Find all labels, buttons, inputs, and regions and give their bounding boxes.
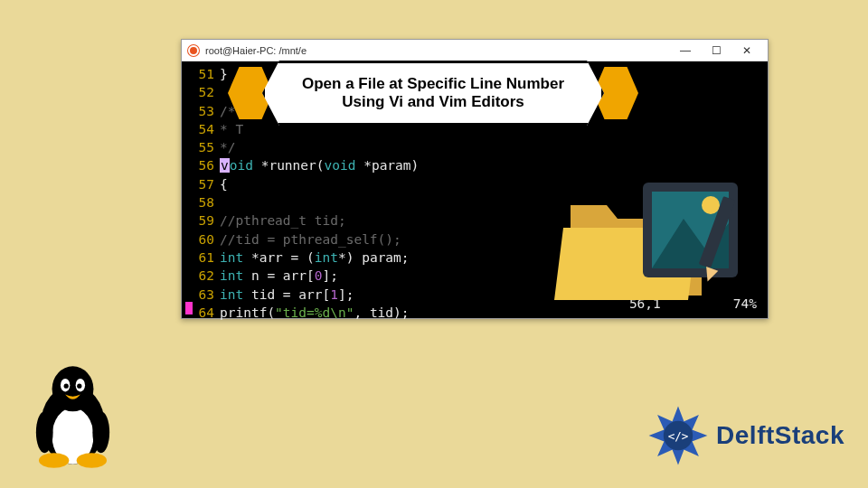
delft-badge-icon: </> [646,403,711,468]
line-number: 54 [189,120,214,138]
svg-point-12 [39,453,69,468]
illustration-graphic [552,155,751,309]
line-content: //pthread_t tid; [220,211,346,230]
line-number: 62 [189,267,214,285]
tux-penguin-icon [25,359,120,472]
line-content: */ [220,138,235,156]
line-content: * T [220,120,243,138]
minimize-button[interactable]: — [670,42,701,60]
svg-text:</>: </> [668,429,689,443]
line-number: 61 [189,249,214,267]
line-number: 56 [189,156,214,174]
line-number: 53 [189,102,214,120]
svg-point-15 [92,411,109,453]
line-content: int *arr = (int*) param; [220,249,410,267]
line-content: void *runner(void *param) [220,156,419,174]
window-title: root@Haier-PC: /mnt/e [205,45,670,56]
line-number: 59 [189,211,214,230]
delftstack-brand: </> DelftStack [646,403,844,468]
svg-point-14 [36,411,53,453]
headline-line2: Using Vi and Vim Editors [342,93,524,111]
headline-line1: Open a File at Specific Line Number [302,75,564,93]
line-content: //tid = pthread_self(); [220,230,401,249]
ubuntu-icon [187,44,200,57]
brand-name: DelftStack [716,421,844,450]
line-number: 52 [189,83,214,101]
line-content: { [220,175,228,193]
svg-point-11 [77,384,81,389]
headline-banner: Open a File at Specific Line Number Usin… [248,61,618,126]
svg-point-2 [702,196,720,214]
svg-point-13 [77,453,107,468]
line-number: 60 [189,230,214,249]
headline-box: Open a File at Specific Line Number Usin… [262,61,604,126]
svg-point-7 [52,366,94,411]
line-number: 51 [189,65,214,83]
line-content: int n = arr[0]; [220,267,338,285]
line-number: 55 [189,138,214,156]
close-button[interactable]: ✕ [731,42,762,60]
line-number: 58 [189,193,214,211]
line-number: 57 [189,175,214,193]
window-titlebar: root@Haier-PC: /mnt/e — ☐ ✕ [182,40,768,61]
svg-point-10 [64,384,69,389]
maximize-button[interactable]: ☐ [701,42,731,60]
code-line: 55 */ [189,138,760,156]
line-content: } [220,65,228,83]
